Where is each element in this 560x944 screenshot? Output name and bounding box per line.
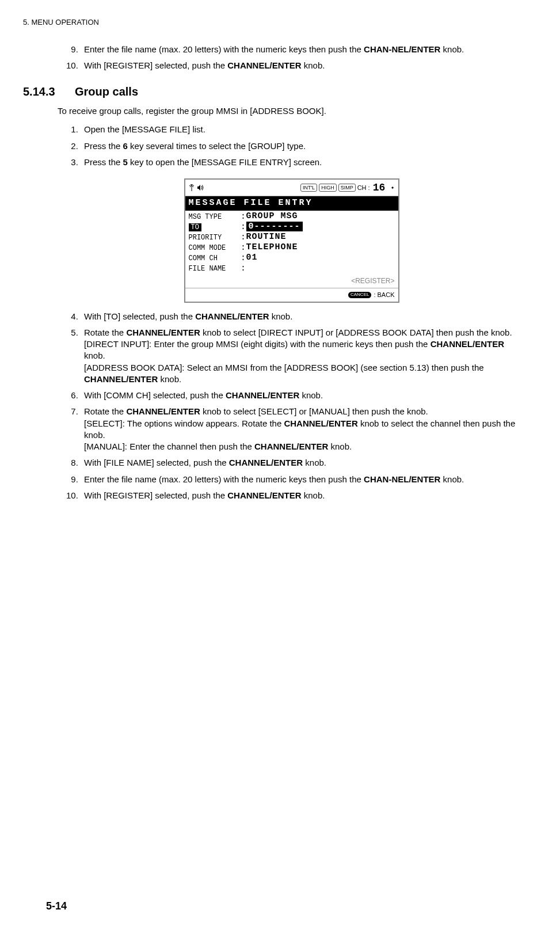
step-item: With [REGISTER] selected, push the CHANN…: [81, 60, 525, 71]
device-screenshot: INT'L HIGH SIMP CH : 16 ✦ MESSAGE FILE E…: [184, 178, 399, 303]
section-number: 5.14.3: [23, 84, 75, 100]
step-item: Press the 6 key several times to select …: [81, 140, 525, 152]
step-item: With [FILE NAME] selected, push the CHAN…: [81, 457, 525, 469]
cancel-pill: CANCEL: [348, 292, 371, 298]
step-item: Press the 5 key to open the [MESSAGE FIL…: [81, 157, 525, 168]
screen-row: FILE NAME:: [189, 264, 395, 274]
screen-row: COMM MODE:TELEPHONE: [189, 243, 395, 253]
ch-label: CH :: [357, 184, 370, 192]
sat-icon: ✦: [387, 184, 394, 192]
page-number: 5-14: [46, 899, 67, 913]
speaker-icon: [197, 184, 204, 191]
ch-number: 16: [373, 181, 386, 195]
step-item: Enter the file name (max. 20 letters) wi…: [81, 474, 525, 485]
steps-list-a: Open the [MESSAGE FILE] list.Press the 6…: [58, 124, 525, 168]
steps-list-b: With [TO] selected, push the CHANNEL/ENT…: [58, 311, 525, 502]
step-item: Enter the file name (max. 20 letters) wi…: [81, 44, 525, 55]
register-label: <REGISTER>: [185, 275, 398, 288]
step-item: Open the [MESSAGE FILE] list.: [81, 124, 525, 135]
step-item: With [COMM CH] selected, push the CHANNE…: [81, 390, 525, 401]
screen-row: MSG TYPE:GROUP MSG: [189, 212, 395, 222]
back-label: : BACK: [374, 291, 394, 299]
screen-row: TO:0--------: [189, 222, 395, 233]
step-item: With [REGISTER] selected, push the CHANN…: [81, 490, 525, 501]
screen-row: PRIORITY:ROUTINE: [189, 233, 395, 243]
main-content: Enter the file name (max. 20 letters) wi…: [58, 44, 525, 502]
antenna-icon: [189, 184, 195, 191]
section-intro: To receive group calls, register the gro…: [58, 105, 525, 117]
screen-title: MESSAGE FILE ENTRY: [185, 196, 398, 210]
step-item: Rotate the CHANNEL/ENTER knob to select …: [81, 406, 525, 452]
screen-row: COMM CH:01: [189, 253, 395, 264]
chapter-header: 5. MENU OPERATION: [23, 17, 525, 28]
pre-steps-list: Enter the file name (max. 20 letters) wi…: [58, 44, 525, 72]
step-item: With [TO] selected, push the CHANNEL/ENT…: [81, 311, 525, 322]
high-pill: HIGH: [319, 184, 337, 192]
simp-pill: SIMP: [338, 184, 356, 192]
step-item: Rotate the CHANNEL/ENTER knob to select …: [81, 327, 525, 385]
section-title: Group calls: [75, 84, 138, 100]
intl-pill: INT'L: [300, 184, 317, 192]
